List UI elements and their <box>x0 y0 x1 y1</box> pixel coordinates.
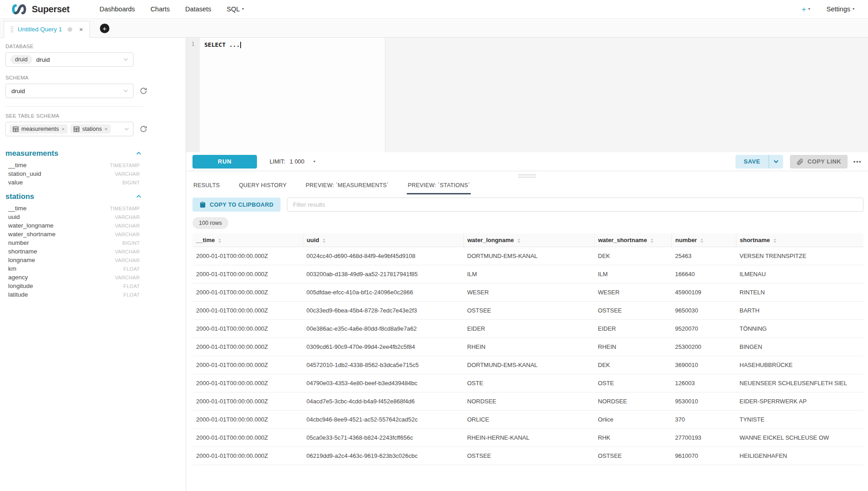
results-tab-results[interactable]: RESULTS <box>192 180 221 194</box>
results-tab-preview-measurements[interactable]: PREVIEW: `MEASUREMENTS` <box>305 180 390 194</box>
column-type: BIGINT <box>123 180 140 185</box>
table-cell: 04acd7e5-3cbc-4cdd-b4a9-f452e868f4d6 <box>303 392 464 411</box>
sqllab-main: 1 SELECT ... RUN LIMIT: 1 000 ▾ SAVE COP… <box>186 38 868 491</box>
table-name[interactable]: measurements <box>5 149 58 158</box>
copy-to-clipboard-button[interactable]: COPY TO CLIPBOARD <box>192 198 281 212</box>
table-cell: OSTSEE <box>594 447 671 465</box>
column-header-water-longname[interactable]: water_longname <box>464 233 594 247</box>
settings-menu[interactable]: Settings ▾ <box>827 5 854 13</box>
collapse-table-icon[interactable] <box>136 150 142 156</box>
column-header-label: uuid <box>307 237 319 243</box>
column-header-time[interactable]: __time <box>192 233 303 247</box>
column-row: __timeTIMESTAMP <box>5 161 140 169</box>
column-header-number[interactable]: number <box>671 233 736 247</box>
table-cell: EIDER-SPERRWERK AP <box>736 392 863 411</box>
table-pill-stations[interactable]: stations× <box>70 124 111 134</box>
table-row: 2000-01-01T00:00:00.000Z04cbc946-8ee9-45… <box>192 411 863 429</box>
nav-sql[interactable]: SQL▾ <box>227 5 244 13</box>
table-pill-label: measurements <box>21 126 59 132</box>
query-status-dot <box>68 27 72 32</box>
filter-results-input[interactable] <box>287 198 863 212</box>
table-pill-measurements[interactable]: measurements× <box>10 124 68 134</box>
column-header-uuid[interactable]: uuid <box>303 233 464 247</box>
column-row: __timeTIMESTAMP <box>5 204 140 213</box>
nav-datasets[interactable]: Datasets <box>185 5 211 13</box>
table-cell: ORLICE <box>464 411 594 429</box>
sort-icon <box>700 238 703 243</box>
remove-table-icon[interactable]: × <box>62 126 64 132</box>
database-select[interactable]: druid druid <box>5 52 133 67</box>
table-name[interactable]: stations <box>5 192 34 201</box>
nav-dashboards[interactable]: Dashboards <box>99 5 135 13</box>
save-button[interactable]: SAVE <box>735 155 768 169</box>
top-navbar: Superset Dashboards Charts Datasets SQL▾… <box>0 0 868 19</box>
more-actions-icon[interactable]: ••• <box>853 158 862 165</box>
new-tab-button[interactable]: + <box>100 24 109 33</box>
new-item-button[interactable]: + ▾ <box>802 5 810 13</box>
nav-datasets-label: Datasets <box>185 5 211 13</box>
table-cell: 9610070 <box>671 447 736 465</box>
table-schema-measurements: measurements__timeTIMESTAMPstation_uuidV… <box>5 149 186 187</box>
sql-editor[interactable]: 1 SELECT ... <box>186 38 868 152</box>
sort-icon <box>774 238 776 243</box>
query-tab-label: Untitled Query 1 <box>18 26 62 33</box>
table-icon <box>74 126 79 132</box>
table-row: 2000-01-01T00:00:00.000Z005dfdae-efcc-41… <box>192 283 863 302</box>
results-tab-preview-stations[interactable]: PREVIEW: `STATIONS` <box>407 180 471 194</box>
column-row: longitudeFLOAT <box>5 282 140 290</box>
column-header-label: water_shortname <box>598 237 647 243</box>
table-cell: 2000-01-01T00:00:00.000Z <box>192 374 303 392</box>
table-cell: DEK <box>594 247 671 265</box>
column-row: water_longnameVARCHAR <box>5 221 140 230</box>
table-cell: RINTELN <box>736 283 863 302</box>
table-select[interactable]: measurements×stations× <box>5 122 133 136</box>
table-cell: 2000-01-01T00:00:00.000Z <box>192 392 303 411</box>
table-cell: Orlice <box>594 411 671 429</box>
table-cell: 2000-01-01T00:00:00.000Z <box>192 283 303 302</box>
limit-label: LIMIT: <box>270 159 285 165</box>
line-number: 1 <box>191 41 194 47</box>
save-dropdown-chevron-icon[interactable] <box>769 155 783 169</box>
run-button[interactable]: RUN <box>192 155 257 169</box>
table-cell: 2000-01-01T00:00:00.000Z <box>192 265 303 283</box>
column-type: VARCHAR <box>115 232 140 237</box>
refresh-tables-icon[interactable] <box>139 125 148 133</box>
close-tab-icon[interactable]: × <box>79 26 83 33</box>
table-cell: RHEIN-HERNE-KANAL <box>464 429 594 447</box>
limit-value: 1 000 <box>290 158 305 165</box>
table-cell: WESER <box>594 283 671 302</box>
table-cell: 9530010 <box>671 392 736 411</box>
column-name: water_longname <box>8 222 54 229</box>
nav-charts[interactable]: Charts <box>150 5 170 13</box>
column-header-water-shortname[interactable]: water_shortname <box>594 233 671 247</box>
table-cell: 003200ab-d138-49d9-aa52-217817941f85 <box>303 265 464 283</box>
pane-splitter[interactable] <box>186 171 868 180</box>
refresh-schemas-icon[interactable] <box>139 87 148 95</box>
schema-select[interactable]: druid <box>5 84 133 98</box>
collapse-table-icon[interactable] <box>136 193 142 199</box>
tab-untitled-query-1[interactable]: Untitled Query 1 × <box>4 21 90 38</box>
table-cell: RHEIN <box>594 338 671 356</box>
splitter-handle-icon[interactable] <box>518 174 536 179</box>
copy-link-button[interactable]: COPY LINK <box>790 155 848 169</box>
chevron-down-icon <box>123 57 128 62</box>
table-cell: 04572010-1db2-4338-8562-b3dca5e715c5 <box>303 356 464 374</box>
table-row: 2000-01-01T00:00:00.000Z00c33ed9-6bea-45… <box>192 302 863 320</box>
remove-table-icon[interactable]: × <box>104 126 107 132</box>
column-type: FLOAT <box>123 292 140 298</box>
editor-code-area[interactable]: SELECT ... <box>200 38 868 152</box>
column-header-shortname[interactable]: shortname <box>736 233 863 247</box>
superset-logo[interactable]: Superset <box>10 3 69 15</box>
results-tab-query-history[interactable]: QUERY HISTORY <box>238 180 287 194</box>
column-row: uuidVARCHAR <box>5 213 140 221</box>
table-row: 2000-01-01T00:00:00.000Z0024cc40-d690-46… <box>192 247 863 265</box>
chevron-down-icon: ▾ <box>242 7 244 11</box>
table-cell: WANNE EICKEL SCHLEUSE OW <box>736 429 863 447</box>
limit-dropdown[interactable]: LIMIT: 1 000 ▾ <box>270 158 316 165</box>
sort-icon <box>323 238 326 243</box>
results-tabs: RESULTSQUERY HISTORYPREVIEW: `MEASUREMEN… <box>186 180 868 194</box>
table-schema-header: measurements <box>5 149 142 158</box>
drag-handle-icon[interactable] <box>10 26 14 33</box>
column-header-label: shortname <box>740 237 770 243</box>
table-cell: 04790e03-4353-4e80-beef-b3ed439484bc <box>303 374 464 392</box>
